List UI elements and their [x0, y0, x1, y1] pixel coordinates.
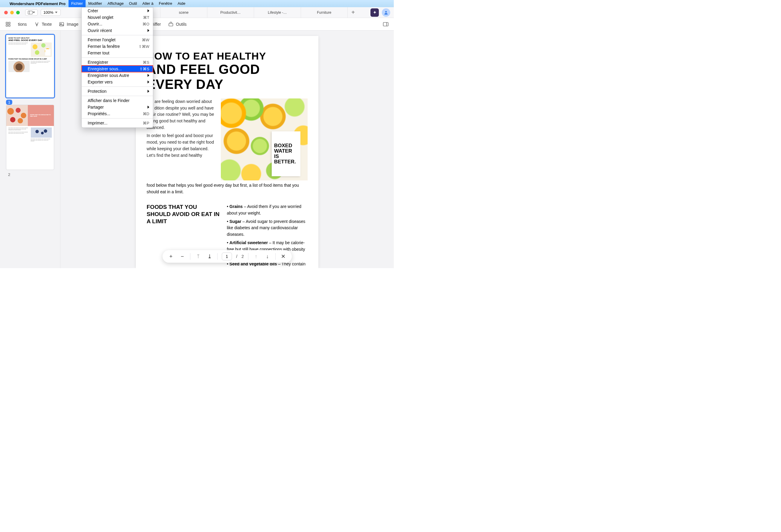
toolbar-label: tions — [18, 22, 27, 27]
menu-shortcut: ⌘S — [143, 60, 149, 65]
current-page-input[interactable] — [222, 252, 232, 260]
menu-separator — [82, 118, 153, 119]
toolbar-outils[interactable]: Outils — [168, 22, 187, 27]
submenu-arrow-icon — [148, 90, 149, 93]
menu-item-ouvrir-recent[interactable]: Ouvrir récent — [82, 27, 153, 34]
next-page-button[interactable]: ↓ — [264, 253, 271, 260]
submenu-arrow-icon — [148, 80, 149, 83]
chevron-down-icon — [55, 12, 57, 13]
menu-label: Enregistrer sous Autre — [88, 73, 146, 78]
ai-assistant-button[interactable]: ✦ — [370, 8, 379, 17]
document-tab[interactable]: Lifestyle -… — [254, 7, 301, 18]
window-chrome: 100% Logist… yle -… scene Productivit… L… — [0, 7, 394, 18]
svg-rect-0 — [28, 11, 33, 14]
doc-paragraph: you are feeling down worried about this … — [147, 98, 215, 131]
fullscreen-window-button[interactable] — [16, 11, 20, 14]
prev-page-button[interactable]: ↑ — [253, 253, 260, 260]
separator — [275, 253, 276, 260]
menu-item-proprietes[interactable]: Propriétés...⌘D — [82, 111, 153, 117]
menu-item-enregistrer-sous[interactable]: Enregistrer sous...⇧⌘S — [82, 66, 153, 72]
close-window-button[interactable] — [4, 11, 8, 14]
document-tab[interactable]: Productivit… — [207, 7, 254, 18]
svg-rect-6 — [9, 25, 10, 26]
user-icon — [384, 10, 388, 15]
sidebar-toggle-button[interactable] — [25, 9, 38, 16]
menu-item-afficher-finder[interactable]: Afficher dans le Finder — [82, 97, 153, 104]
menu-item-enregistrer-sous-autre[interactable]: Enregistrer sous Autre — [82, 72, 153, 79]
svg-rect-7 — [59, 23, 64, 26]
menu-item-enregistrer[interactable]: Enregistrer⌘S — [82, 59, 153, 66]
text-icon — [34, 22, 40, 27]
app-name[interactable]: Wondershare PDFelement Pro — [9, 1, 66, 6]
menu-item-imprimer[interactable]: Imprimer...⌘P — [82, 120, 153, 126]
separator — [190, 253, 190, 260]
toolbar-label: Image — [67, 22, 78, 27]
menu-item-fermer-onglet[interactable]: Fermer l'onglet⌘W — [82, 37, 153, 43]
sidebar-icon — [28, 10, 33, 15]
menu-label: Fermer tout — [88, 50, 149, 55]
document-tab[interactable]: Furniture — [301, 7, 348, 18]
submenu-arrow-icon — [148, 9, 149, 12]
submenu-arrow-icon — [148, 106, 149, 109]
menu-item-protection[interactable]: Protection — [82, 88, 153, 94]
zoom-out-button[interactable]: − — [179, 253, 186, 260]
toolbar-panel-right[interactable] — [383, 22, 388, 27]
new-tab-button[interactable]: + — [348, 9, 359, 16]
user-account-button[interactable] — [382, 8, 390, 17]
menu-label: Enregistrer — [88, 60, 143, 65]
zoom-selector[interactable]: 100% — [41, 9, 61, 16]
bullet-term: Grains — [230, 204, 243, 209]
menu-shortcut: ⌘P — [143, 121, 149, 125]
menu-item-partager[interactable]: Partager — [82, 104, 153, 111]
menu-shortcut: ⇧⌘S — [139, 67, 149, 71]
menu-label: Propriétés... — [88, 111, 143, 116]
hero-citrus-image: BOXED WATER IS BETTER. — [221, 98, 307, 180]
page-separator: / — [236, 254, 237, 259]
menu-item-exporter-vers[interactable]: Exporter vers — [82, 79, 153, 85]
zoom-in-button[interactable]: + — [167, 253, 174, 260]
svg-rect-5 — [6, 25, 7, 26]
document-tab[interactable]: scene — [160, 7, 207, 18]
doc-title-line1: HOW TO EAT HEALTHY — [147, 50, 307, 62]
minimize-window-button[interactable] — [10, 11, 14, 14]
menu-separator — [82, 35, 153, 35]
menu-outil[interactable]: Outil — [126, 0, 140, 7]
menu-label: Nouvel onglet — [88, 15, 143, 20]
menu-item-ouvrir[interactable]: Ouvrir...⌘O — [82, 21, 153, 27]
menu-fenetre[interactable]: Fenêtre — [156, 0, 175, 7]
menu-label: Afficher dans le Finder — [88, 98, 149, 103]
menu-item-fermer-fenetre[interactable]: Fermer la fenêtre⇧⌘W — [82, 43, 153, 50]
last-page-button[interactable]: ⤓ — [206, 253, 213, 260]
menu-fichier[interactable]: Fichier — [69, 0, 86, 7]
page-thumbnail-1[interactable]: HOW TO EAT HEALTHY AND FEEL GOOD EVERY D… — [6, 35, 54, 97]
zoom-value: 100% — [43, 10, 53, 15]
bullet-term: Sugar — [230, 219, 242, 224]
menu-label: Protection — [88, 89, 146, 94]
doc-paragraph: In order to feel good and boost your moo… — [147, 132, 215, 159]
menu-modifier[interactable]: Modifier — [86, 0, 105, 7]
toolbox-icon — [168, 22, 173, 27]
toolbar-grid-button[interactable] — [5, 22, 11, 27]
menu-affichage[interactable]: Affichage — [105, 0, 126, 7]
grid-icon — [5, 22, 11, 27]
menu-aide[interactable]: Aide — [175, 0, 188, 7]
menu-aller-a[interactable]: Aller à — [140, 0, 156, 7]
toolbar-image[interactable]: Image — [59, 22, 78, 27]
page-thumbnail-2[interactable]: FOODS THAT YOU SHOULD EAT TO FEEL GOOD ▬… — [6, 105, 54, 170]
menu-label: Imprimer... — [88, 121, 143, 125]
submenu-arrow-icon — [148, 74, 149, 77]
menu-item-fermer-tout[interactable]: Fermer tout — [82, 50, 153, 56]
menu-item-nouvel-onglet[interactable]: Nouvel onglet⌘T — [82, 14, 153, 21]
panel-right-icon — [383, 22, 388, 27]
toolbar-tions[interactable]: tions — [18, 22, 27, 27]
toolbar-texte[interactable]: Texte — [34, 22, 52, 27]
boxed-water-carton: BOXED WATER IS BETTER. — [272, 131, 300, 176]
first-page-button[interactable]: ⤒ — [195, 253, 202, 260]
toolbar-label: Texte — [42, 22, 52, 27]
menu-label: Exporter vers — [88, 80, 146, 84]
menu-separator — [82, 96, 153, 96]
close-bar-button[interactable]: ✕ — [280, 253, 287, 260]
doc-paragraph: food below that helps you feel good ever… — [147, 182, 307, 195]
menu-item-creer[interactable]: Créer — [82, 7, 153, 14]
svg-point-2 — [385, 11, 386, 12]
